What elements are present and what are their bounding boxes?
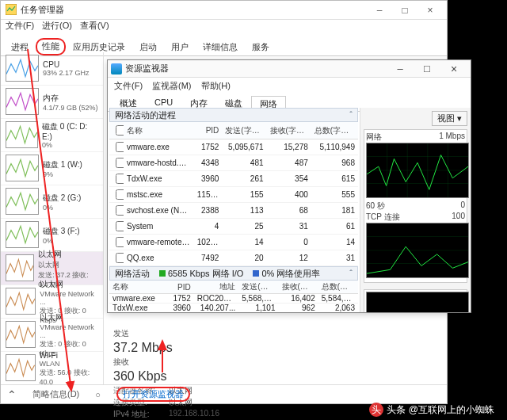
rm-menu-help[interactable]: 帮助(H): [201, 80, 231, 92]
side-sub: 0%: [43, 237, 80, 245]
rm-max-button[interactable]: □: [414, 61, 440, 77]
sidebar-item-0[interactable]: CPU93% 2.17 GHz: [1, 52, 103, 86]
sidebar-item-8[interactable]: 以太网VMware Network ...发送: 0 接收: 0 Kbps: [1, 319, 103, 352]
tm-min-button[interactable]: –: [368, 3, 391, 17]
col-header[interactable]: 地址: [194, 281, 239, 294]
cell: 2388: [194, 203, 223, 219]
cell: 1752: [194, 139, 223, 155]
col-header[interactable]: 名称: [109, 281, 169, 294]
cell: TdxW.exe: [124, 171, 194, 187]
tm-max-button[interactable]: □: [393, 3, 417, 17]
cell: 481: [222, 155, 266, 171]
table-row[interactable]: svchost.exe (NetworkServic.238811368181: [109, 203, 358, 219]
rm-min-button[interactable]: –: [387, 61, 414, 77]
side-sub2: 发送: 56.0 接收: 40.0: [40, 368, 98, 385]
view-button[interactable]: 视图 ▾: [432, 111, 467, 126]
detail-label: IPv4 地址:: [113, 409, 169, 420]
row-checkbox[interactable]: [116, 142, 124, 152]
side-name: 磁盘 2 (G:): [43, 193, 81, 204]
row-checkbox[interactable]: [116, 205, 124, 216]
side-sub: 0%: [42, 141, 98, 149]
tm-menu-options[interactable]: 进行(O): [42, 20, 72, 36]
side-sub: 以太网: [38, 260, 98, 270]
cell: vmware-remotemks.exe: [124, 235, 194, 250]
cell: ROC2012...: [194, 294, 239, 304]
tm-menu-view[interactable]: 查看(V): [80, 20, 109, 36]
side-name: 以太网: [40, 279, 98, 290]
row-checkbox[interactable]: [116, 253, 124, 263]
section-activity-title: 网络活动: [115, 268, 150, 280]
table-row[interactable]: TdxW.exe3960140.207...1,1019622,063: [109, 304, 358, 313]
tm-menu-file[interactable]: 文件(F): [6, 20, 34, 36]
cell: 487: [267, 155, 311, 171]
table-row[interactable]: TdxW.exe3960261354615: [109, 171, 358, 187]
chevron-up-icon[interactable]: ˆ: [349, 110, 353, 120]
section-activity-header[interactable]: 网络活动 6585 Kbps 网络 I/O 0% 网络使用率 ˆ: [109, 266, 358, 281]
sidebar-item-4[interactable]: 磁盘 2 (G:)0%: [1, 185, 103, 219]
tm-menubar: 文件(F) 进行(O) 查看(V): [1, 20, 447, 36]
col-header[interactable]: 接收(字节...: [279, 281, 318, 294]
table-row[interactable]: vmware.exe17525,095,67115,2785,110,949: [109, 139, 358, 155]
col-header[interactable]: PID: [194, 122, 223, 139]
rm-close-button[interactable]: ×: [440, 61, 467, 77]
cell: 10264: [194, 235, 223, 250]
cell: 5,568,310: [238, 294, 278, 304]
sidebar-item-3[interactable]: 磁盘 1 (W:)9%: [1, 152, 103, 185]
mini-graph: [6, 188, 39, 215]
section-processes-title: 网络活动的进程: [115, 109, 176, 121]
table-row[interactable]: vmware-hostd.exe4348481487968: [109, 155, 358, 171]
row-checkbox[interactable]: [116, 174, 124, 184]
col-header[interactable]: 名称: [124, 122, 194, 139]
rm-menu-monitor[interactable]: 监视器(M): [152, 80, 192, 92]
chevron-up-icon[interactable]: ˆ: [349, 269, 353, 278]
section-processes-header[interactable]: 网络活动的进程 ˆ: [109, 108, 358, 122]
recv-label: 接收: [113, 357, 437, 368]
table-row[interactable]: vmware-remotemks.exe1026414014: [109, 235, 358, 250]
col-header[interactable]: 总数(字节...: [318, 281, 358, 294]
col-header[interactable]: 总数(字节/秒): [311, 122, 358, 139]
sidebar-item-1[interactable]: 内存4.1/7.9 GB (52%): [1, 86, 103, 119]
mini-graph: [6, 221, 39, 248]
cell: 4: [194, 219, 223, 235]
watermark-text: 头条 @互联网上的小蜘蛛: [387, 403, 494, 417]
sidebar-item-9[interactable]: Wi-FiWLAN发送: 56.0 接收: 40.0: [1, 352, 103, 384]
col-header[interactable]: 接收(字节/秒): [267, 122, 311, 139]
select-all-checkbox[interactable]: [116, 125, 124, 136]
table-row[interactable]: vmware.exe1752ROC2012...5,568,31016,4025…: [109, 294, 358, 304]
cell: 113: [222, 203, 266, 219]
cell: 968: [311, 155, 358, 171]
tm-close-button[interactable]: ×: [418, 3, 442, 17]
cell: 11520: [194, 187, 223, 203]
collapse-arrow-icon[interactable]: ⌃: [7, 388, 17, 401]
cell: 68: [267, 203, 311, 219]
sidebar-item-5[interactable]: 磁盘 3 (F:)0%: [1, 219, 103, 252]
cell: svchost.exe (NetworkServic.: [124, 203, 194, 219]
rgraph-net-title: 网络: [366, 132, 382, 143]
cell: 3960: [169, 304, 193, 313]
side-name: CPU: [43, 60, 90, 69]
cell: 1,101: [238, 304, 278, 313]
row-checkbox[interactable]: [116, 221, 124, 231]
cell: 261: [222, 171, 266, 187]
ethernet-graph: [366, 292, 469, 312]
col-header[interactable]: PID: [169, 281, 193, 294]
mini-graph: [6, 88, 39, 115]
col-header[interactable]: 发送(字节/秒): [222, 122, 266, 139]
table-row[interactable]: mstsc.exe11520155400555: [109, 187, 358, 203]
rgraph-net-scale: 1 Mbps: [439, 132, 465, 143]
row-checkbox[interactable]: [116, 237, 124, 247]
table-row[interactable]: QQ.exe7492201231: [109, 250, 358, 266]
side-name: 以太网: [38, 249, 98, 260]
network-graph: [366, 143, 469, 198]
col-header[interactable]: 发送(字节...: [238, 281, 278, 294]
rm-right-pane: 视图 ▾ 网络1 Mbps 60 秒0 TCP 连接100: [360, 108, 471, 312]
side-name: 以太网: [40, 312, 98, 323]
cell: 4348: [194, 155, 223, 171]
rm-menu-file[interactable]: 文件(F): [114, 80, 143, 92]
simple-view-link[interactable]: 简略信息(D): [32, 388, 79, 400]
table-row[interactable]: System4253161: [109, 219, 358, 235]
row-checkbox[interactable]: [116, 158, 124, 168]
sidebar-item-2[interactable]: 磁盘 0 (C: D: E:)0%: [1, 119, 103, 152]
open-resmon-link[interactable]: 打开资源监视器: [116, 387, 190, 402]
row-checkbox[interactable]: [116, 189, 124, 200]
